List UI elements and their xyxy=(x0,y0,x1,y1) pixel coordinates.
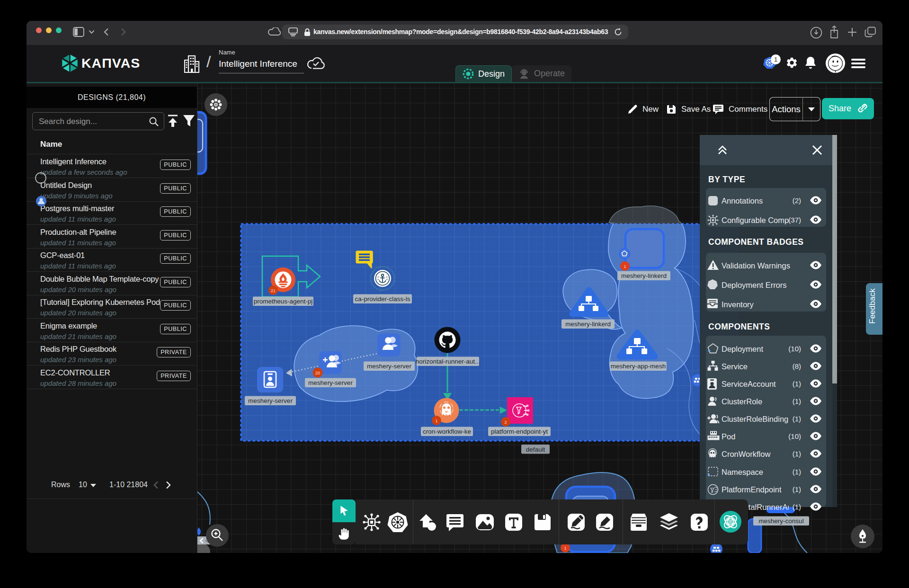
svg-text:default: default xyxy=(526,446,545,453)
svg-text:1: 1 xyxy=(624,264,626,269)
svg-text:cron-workflow-ke: cron-workflow-ke xyxy=(423,428,471,435)
svg-text:meshery-consul: meshery-consul xyxy=(758,517,803,525)
svg-text:1: 1 xyxy=(564,546,566,551)
svg-text:meshery-linkerd: meshery-linkerd xyxy=(621,272,667,279)
svg-text:meshery-app-mesh: meshery-app-mesh xyxy=(611,363,666,370)
svg-text:meshery-server: meshery-server xyxy=(248,397,293,404)
svg-text:meshery-server: meshery-server xyxy=(308,379,353,386)
svg-text:20: 20 xyxy=(315,371,320,375)
svg-text:2: 2 xyxy=(504,420,507,425)
svg-text:21: 21 xyxy=(271,288,276,293)
svg-text:prometheus-agent-pj: prometheus-agent-pj xyxy=(254,298,313,305)
svg-text:meshery-server: meshery-server xyxy=(367,363,411,370)
svg-text:1: 1 xyxy=(435,419,437,423)
svg-text:ca-provider-class-ls: ca-provider-class-ls xyxy=(355,295,410,303)
svg-text:platform-endpoint-yt: platform-endpoint-yt xyxy=(491,428,548,435)
svg-text:meshery-linkerd: meshery-linkerd xyxy=(565,321,611,328)
svg-text:horizontal-runner-aut...: horizontal-runner-aut... xyxy=(416,358,481,365)
